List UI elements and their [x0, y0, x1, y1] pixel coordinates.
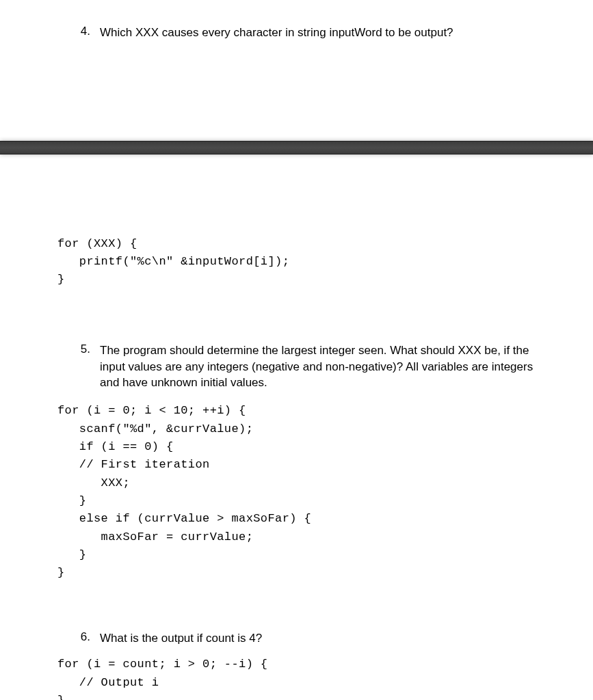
- question-number: 5.: [71, 342, 90, 356]
- question-number: 6.: [71, 630, 90, 644]
- code-block-q5: for (i = 0; i < 10; ++i) { scanf("%d", &…: [57, 402, 538, 582]
- top-section: 4. Which XXX causes every character in s…: [0, 0, 593, 41]
- question-text: The program should determine the largest…: [100, 342, 538, 391]
- question-5: 5. The program should determine the larg…: [55, 342, 538, 391]
- document-page: 4. Which XXX causes every character in s…: [0, 0, 593, 700]
- question-4: 4. Which XXX causes every character in s…: [55, 25, 538, 41]
- question-text: Which XXX causes every character in stri…: [100, 25, 538, 41]
- code-block-q6: for (i = count; i > 0; --i) { // Output …: [57, 656, 538, 700]
- question-6: 6. What is the output if count is 4?: [55, 630, 538, 647]
- divider-band: [0, 141, 593, 154]
- question-text: What is the output if count is 4?: [100, 630, 538, 647]
- code-block-q4: for (XXX) { printf("%c\n" &inputWord[i])…: [57, 235, 538, 289]
- lower-section: for (XXX) { printf("%c\n" &inputWord[i])…: [0, 235, 593, 700]
- question-number: 4.: [71, 25, 90, 38]
